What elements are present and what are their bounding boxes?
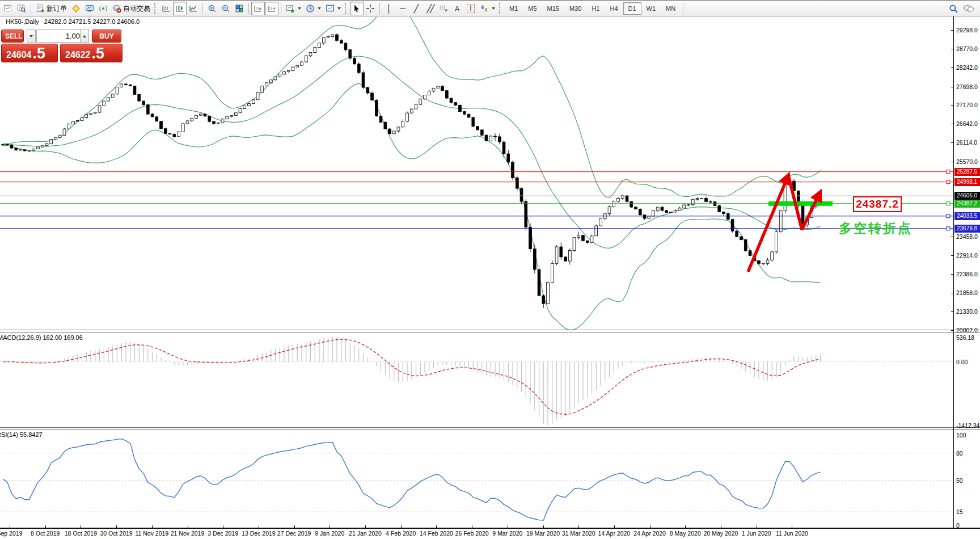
vertical-line-button[interactable]: │ — [382, 2, 396, 15]
trendline-icon: ╱ — [414, 5, 419, 12]
fibonacci-icon: F — [439, 4, 448, 13]
profiles-button[interactable] — [15, 2, 28, 15]
date-tick-mark — [436, 525, 437, 528]
autoscroll-button[interactable] — [251, 2, 265, 15]
buy-button[interactable]: BUY — [92, 30, 121, 43]
cursor-icon — [352, 4, 361, 13]
timeframe-m5-button[interactable]: M5 — [523, 2, 542, 15]
toolbar-separator — [683, 3, 683, 14]
metaeditor-icon — [71, 4, 81, 13]
date-label: 9 Jan 2020 — [315, 530, 344, 537]
label-button[interactable]: T — [464, 2, 478, 15]
metaeditor-button[interactable] — [69, 2, 83, 15]
chat-button[interactable] — [961, 2, 977, 15]
price-tick-label: 21858.0 — [956, 289, 978, 296]
price-tick-label: 26114.0 — [956, 139, 977, 146]
horizontal-line-icon: ─ — [400, 5, 405, 12]
shapes-button[interactable] — [478, 2, 497, 15]
zoom-out-button[interactable] — [219, 2, 233, 15]
price-tick-label: 29298.0 — [956, 27, 978, 33]
channel-icon: ╱╱ — [427, 5, 433, 12]
toolbar-right-group — [947, 2, 977, 15]
price-tick-label: 22914.0 — [956, 252, 978, 259]
search-icon — [949, 4, 958, 14]
date-tick-mark — [757, 525, 757, 528]
price-tick-label: 21330.0 — [956, 308, 978, 315]
date-label: 21 Nov 2019 — [171, 530, 205, 537]
chart-shift-icon — [267, 4, 276, 13]
crosshair-button[interactable] — [364, 2, 377, 15]
macd-axis-label: 536.18 — [956, 334, 974, 341]
new-order-button[interactable]: 新订单 — [33, 2, 69, 15]
volume-input[interactable] — [36, 30, 84, 43]
search-button[interactable] — [947, 2, 961, 15]
chart-shift-button[interactable] — [265, 2, 278, 15]
date-tick-mark — [259, 525, 259, 528]
date-label: 11 Jun 2020 — [776, 530, 808, 537]
timeframe-h1-button[interactable]: H1 — [586, 2, 605, 15]
tile-windows-button[interactable] — [233, 2, 246, 15]
price-tick-mark — [951, 330, 953, 331]
bar-chart-button[interactable] — [159, 2, 173, 15]
strategy-tester-button[interactable] — [96, 2, 110, 15]
periods-button[interactable] — [303, 2, 323, 15]
chart-canvas[interactable] — [0, 16, 954, 528]
timeframe-w1-button[interactable]: W1 — [641, 2, 661, 15]
price-level-tag: 23679.8 — [954, 225, 980, 233]
channel-button[interactable]: ╱╱ — [423, 2, 437, 15]
volume-increase-button[interactable] — [80, 30, 89, 43]
line-chart-button[interactable] — [187, 2, 200, 15]
sell-button[interactable]: SELL — [1, 30, 24, 43]
date-tick-mark — [294, 525, 295, 528]
terminal-button[interactable] — [83, 2, 96, 15]
buy-price-frac: .5 — [92, 46, 105, 61]
timeframe-m30-button[interactable]: M30 — [564, 2, 586, 15]
autotrading-button[interactable]: 自动交易 — [110, 2, 153, 15]
buy-price-main: 24622 — [65, 49, 91, 61]
templates-button[interactable] — [323, 2, 343, 15]
rsi-panel-separator[interactable] — [0, 427, 980, 430]
date-tick-mark — [116, 525, 117, 528]
rsi-axis-label: 50 — [956, 477, 963, 484]
date-tick-mark — [543, 525, 544, 528]
toolbar-grip — [154, 3, 158, 14]
autotrading-icon — [112, 4, 121, 13]
terminal-icon — [85, 4, 94, 13]
horizontal-line-button[interactable]: ─ — [396, 2, 409, 15]
timeframe-m1-button[interactable]: M1 — [504, 2, 523, 15]
new-chart-button[interactable] — [1, 2, 15, 15]
candlestick-chart-button[interactable] — [173, 2, 187, 15]
vertical-line-icon: │ — [387, 5, 392, 12]
rsi-axis-label: 80 — [956, 450, 963, 457]
price-tick-label: 28770.0 — [956, 45, 978, 52]
indicators-button[interactable] — [284, 2, 303, 15]
text-button[interactable]: A — [450, 2, 464, 15]
dropdown-caret — [318, 7, 321, 10]
price-tick-mark — [951, 30, 953, 31]
trendline-button[interactable]: ╱ — [409, 2, 423, 15]
cursor-button[interactable] — [350, 2, 364, 15]
zoom-in-button[interactable] — [205, 2, 219, 15]
date-label: 13 Dec 2019 — [242, 530, 276, 537]
buy-price-button[interactable]: 24622 .5 — [60, 44, 122, 62]
time-axis-border — [0, 528, 980, 529]
macd-label: MACD(12,26,9) 162.00 169.06 — [0, 334, 83, 341]
price-callout-box[interactable]: 24387.2 — [853, 196, 902, 212]
timeframe-d1-button[interactable]: D1 — [623, 2, 641, 15]
sell-price-button[interactable]: 24604 .5 — [1, 44, 58, 62]
new-order-icon — [36, 4, 45, 13]
volume-decrease-button[interactable] — [27, 30, 36, 43]
fibonacci-button[interactable]: F — [437, 2, 450, 15]
macd-panel-separator[interactable] — [0, 330, 980, 332]
timeframe-group: M1M5M15M30H1H4D1W1MN — [504, 2, 681, 15]
price-tick-label: 20802.0 — [956, 327, 978, 334]
date-label: 30 Oct 2019 — [100, 530, 132, 537]
annotation-note-text[interactable]: 多空转折点 — [839, 220, 913, 237]
date-tick-mark — [223, 525, 223, 528]
date-label: 1 Jun 2020 — [742, 530, 771, 537]
date-tick-mark — [472, 525, 472, 528]
indicators-icon — [286, 4, 295, 13]
timeframe-h4-button[interactable]: H4 — [605, 2, 623, 15]
timeframe-m15-button[interactable]: M15 — [542, 2, 564, 15]
timeframe-mn-button[interactable]: MN — [661, 2, 681, 15]
